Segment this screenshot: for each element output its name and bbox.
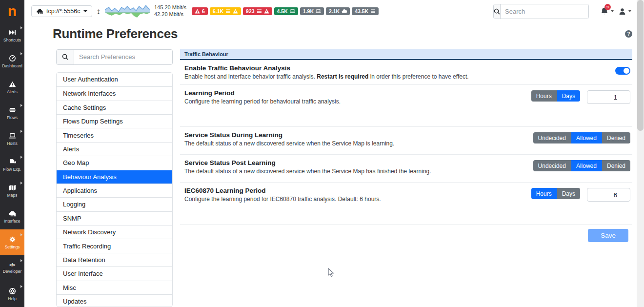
menu-item-snmp[interactable]: SNMP [57,211,172,225]
menu-item-behaviour-analysis[interactable]: Behaviour Analysis [57,170,172,184]
scrollbar-thumb[interactable] [637,0,644,131]
setting-control: Undecided Allowed Denied [533,131,630,150]
menu-item-timeseries[interactable]: Timeseries [57,128,172,142]
ntopng-logo[interactable]: n [0,0,24,22]
menu-item-logging[interactable]: Logging [57,197,172,211]
badge-active-hosts[interactable]: 4.5K [274,7,298,15]
menu-item-flows-dump-settings[interactable]: Flows Dump Settings [57,114,172,128]
sidebar-item-label: Developer [3,269,22,274]
sidebar-item-label: Alerts [7,89,18,94]
sidebar-item-hosts[interactable]: Hosts [0,126,24,152]
sidebar-item-label: Help [8,296,16,301]
menu-item-network-discovery[interactable]: Network Discovery [57,225,172,239]
sidebar-item-settings[interactable]: Settings [0,229,24,255]
menu-item-network-interfaces[interactable]: Network Interfaces [57,86,172,100]
menu-item-updates[interactable]: Updates [57,294,172,307]
badge-total-flows[interactable]: 43.5K [352,7,379,15]
list-icon [370,9,376,14]
alert-badges: 6 6.1K 923 4.5K 1.9K [192,7,379,15]
code-icon: </> [9,263,15,267]
learning-period-unit-group: Hours Days [531,90,580,102]
setting-text: Service Status During Learning The defau… [184,131,533,150]
sidebar-item-help[interactable]: Help [0,281,24,307]
menu-item-cache-settings[interactable]: Cache Settings [57,101,172,114]
sidebar-item-flow-exporters[interactable]: Flow Exp. [0,152,24,178]
menu-item-data-retention[interactable]: Data Retention [57,253,172,266]
hours-button[interactable]: Hours [531,90,557,102]
preferences-search-input[interactable] [74,50,172,64]
help-icon[interactable]: ? [625,30,632,38]
menu-item-misc[interactable]: Misc [57,281,172,294]
days-button[interactable]: Days [557,90,580,102]
save-button[interactable]: Save [588,229,628,242]
iec60870-period-input[interactable] [587,188,630,202]
chevron-right-icon [20,285,22,288]
hours-button[interactable]: Hours [531,188,557,199]
badge-critical-alerts[interactable]: 6 [192,7,208,15]
allowed-button[interactable]: Allowed [571,132,602,143]
user-menu-button[interactable] [618,7,631,16]
learning-period-input[interactable] [587,90,630,104]
menu-item-traffic-recording[interactable]: Traffic Recording [57,239,172,252]
badge-local-hosts[interactable]: 1.9K [300,7,324,15]
allowed-button[interactable]: Allowed [571,160,602,171]
chevron-down-icon [628,10,631,12]
days-button[interactable]: Days [557,188,580,199]
sidebar-item-shortcuts[interactable]: Shortcuts [0,22,24,48]
alert-triangle-icon [9,81,16,88]
ethernet-icon [9,210,16,217]
menu-item-alerts[interactable]: Alerts [57,142,172,156]
chevron-right-icon [20,104,22,107]
setting-text: Enable Traffic Behaviour Analysis Enable… [184,64,615,80]
badge-value: 6.1K [213,9,223,14]
sidebar-item-developer[interactable]: </> Developer [0,255,24,281]
enable-analysis-toggle[interactable] [615,67,630,75]
badge-remote-hosts[interactable]: 2.1K [326,7,350,15]
notification-count-badge: 9 [604,4,611,10]
denied-button[interactable]: Denied [602,160,630,171]
sidebar-item-maps[interactable]: Maps [0,178,24,204]
alert-triangle-icon [195,9,200,14]
notifications-button[interactable]: 9 [600,7,614,16]
badge-value: 923 [246,9,255,14]
setting-description: The default status of a new discovered s… [184,168,523,175]
flows-icon [9,106,16,114]
setting-title: Service Status Post Learning [184,159,523,166]
badge-value: 43.5K [355,9,368,14]
setting-description: Configure the learning period for IEC608… [184,196,522,203]
badge-value: 1.9K [303,9,314,14]
upload-rate: 42.20 Mbit/s [154,11,186,18]
undecided-button[interactable]: Undecided [533,160,571,171]
sidebar-item-alerts[interactable]: Alerts [0,74,24,100]
badge-error-flows[interactable]: 923 [243,7,272,15]
denied-button[interactable]: Denied [602,132,630,143]
sidebar-item-label: Shortcuts [3,38,21,42]
setting-iec60870-learning-period: IEC60870 Learning Period Configure the l… [180,183,632,225]
interface-selector[interactable]: tcp://*:5556c [31,5,92,17]
setting-title: Service Status During Learning [184,131,523,139]
page-scrollbar[interactable] [637,0,644,307]
sidebar-item-interface[interactable]: Interface [0,204,24,229]
setting-title: IEC60870 Learning Period [184,187,522,194]
laptop-icon [9,132,16,140]
menu-item-user-authentication[interactable]: User Authentication [57,73,172,86]
badge-value: 4.5K [277,9,288,14]
sidebar-item-dashboard[interactable]: Dashboard [0,48,24,74]
menu-item-user-interface[interactable]: User Interface [57,266,172,280]
life-ring-icon [9,287,16,295]
traffic-sparkline [105,3,150,19]
sidebar-item-flows[interactable]: Flows [0,100,24,126]
badge-warning-flows[interactable]: 6.1K [210,7,241,15]
gear-icon [9,236,16,243]
preferences-search [56,49,173,65]
search-input[interactable] [501,4,589,19]
chevron-right-icon [20,52,22,55]
undecided-button[interactable]: Undecided [533,132,571,143]
alert-triangle-icon [264,9,269,14]
setting-learning-period: Learning Period Configure the learning p… [180,85,632,127]
user-icon [618,7,626,16]
menu-item-applications[interactable]: Applications [57,184,172,197]
menu-item-geo-map[interactable]: Geo Map [57,156,172,169]
status-during-learning-group: Undecided Allowed Denied [533,132,630,143]
topbar: tcp://*:5556c ↕ 145.20 Mbit/s 42.20 Mbit… [24,0,644,22]
